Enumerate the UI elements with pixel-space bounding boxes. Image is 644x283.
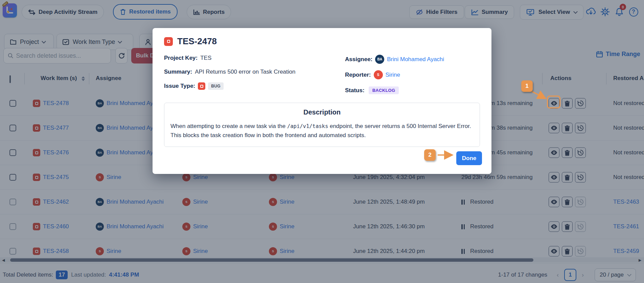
status-badge: BACKLOG [369,86,399,94]
reporter-link[interactable]: Sirine [386,72,400,78]
annotation-step-1: 1 [521,80,533,92]
bug-type-icon [164,37,173,46]
project-key-label: Project Key: [164,55,198,61]
issue-type-badge: BUG [208,82,224,90]
assignee-label: Assignee: [345,56,372,63]
status-label: Status: [345,87,365,94]
assignee-avatar: BA [375,55,384,64]
annotation-step-2: 2 [424,149,436,161]
done-button[interactable]: Done [456,151,482,165]
project-key-value: TES [200,55,211,61]
modal-title: TES-2478 [164,36,480,47]
summary-value: API Returns 500 error on Task Creation [195,69,295,75]
reporter-label: Reporter: [345,72,371,78]
description-title: Description [170,108,474,116]
code-endpoint: /api/v1/tasks [287,123,328,129]
bug-type-icon [198,82,205,90]
issue-details-modal: TES-2478 Project Key:TES Summary:API Ret… [153,28,491,174]
description-text: When attempting to create a new task via… [170,122,474,140]
description-panel: Description When attempting to create a … [164,103,480,147]
summary-label: Summary: [164,69,192,75]
reporter-avatar: S [374,70,383,79]
assignee-link[interactable]: Brini Mohamed Ayachi [387,56,444,63]
issue-type-label: Issue Type: [164,83,195,89]
